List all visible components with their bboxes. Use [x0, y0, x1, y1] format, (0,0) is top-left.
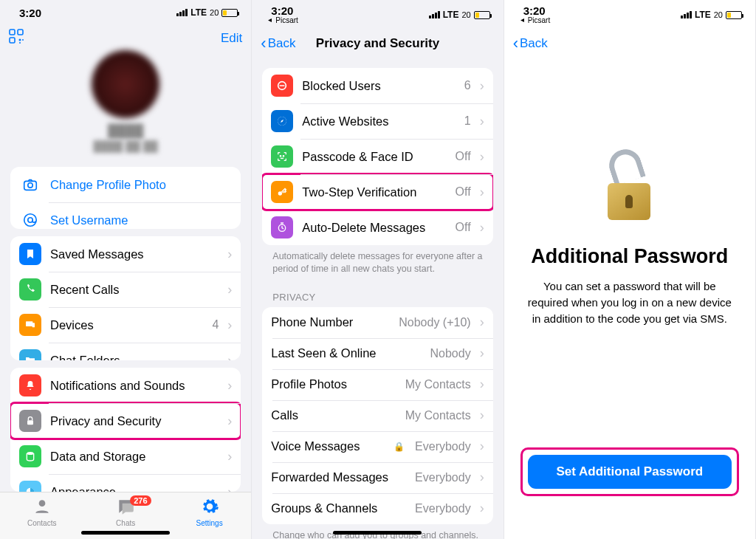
- row-label: Chat Folders: [50, 354, 219, 360]
- edit-button[interactable]: Edit: [221, 31, 242, 46]
- recent-calls-row[interactable]: Recent Calls ›: [10, 272, 241, 307]
- database-icon: [19, 445, 41, 467]
- passcode-faceid-row[interactable]: Passcode & Face ID Off ›: [262, 139, 492, 174]
- battery-percent: 20: [461, 10, 470, 19]
- saved-messages-row[interactable]: Saved Messages ›: [10, 236, 241, 272]
- chat-folders-row[interactable]: Chat Folders ›: [10, 343, 241, 360]
- svg-point-5: [22, 39, 24, 41]
- nav-bar: ‹ Back Privacy and Security: [252, 30, 503, 58]
- battery-icon: [726, 11, 742, 19]
- svg-point-19: [284, 156, 284, 157]
- home-indicator[interactable]: [81, 531, 170, 535]
- chevron-right-icon: ›: [480, 408, 484, 423]
- bell-icon: [19, 374, 41, 396]
- battery-icon: [221, 9, 238, 17]
- chevron-right-icon: ›: [480, 377, 484, 392]
- row-value: Off: [456, 221, 471, 234]
- row-value: Nobody: [430, 347, 471, 360]
- lock-icon: 🔒: [394, 442, 405, 452]
- tab-label: Contacts: [27, 519, 56, 527]
- groups-channels-row[interactable]: Groups & Channels Everybody ›: [262, 493, 492, 524]
- row-value: Off: [456, 185, 471, 199]
- set-password-button[interactable]: Set Additional Password: [528, 455, 732, 489]
- row-label: Passcode & Face ID: [302, 150, 446, 164]
- devices-icon: [19, 314, 41, 336]
- security-group: Blocked Users 6 › Active Websites 1 › Pa…: [262, 68, 492, 245]
- status-time: 3:20: [523, 5, 551, 16]
- auto-delete-row[interactable]: Auto-Delete Messages Off ›: [262, 210, 492, 245]
- chevron-left-icon: ‹: [261, 35, 266, 52]
- row-label: Recent Calls: [50, 283, 219, 297]
- home-indicator[interactable]: [333, 531, 422, 535]
- row-value: Nobody (+10): [399, 316, 470, 329]
- nav-bar: ‹ Back: [504, 30, 755, 58]
- tab-contacts[interactable]: Contacts: [13, 497, 72, 539]
- change-photo-row[interactable]: Change Profile Photo: [10, 167, 241, 202]
- chevron-right-icon: ›: [480, 315, 484, 330]
- chevron-right-icon: ›: [480, 220, 484, 236]
- two-step-verification-row[interactable]: Two-Step Verification Off ›: [262, 174, 492, 210]
- signal-icon: [176, 9, 188, 16]
- status-time: 3:20: [271, 5, 298, 16]
- notifications-row[interactable]: Notifications and Sounds ›: [10, 368, 241, 403]
- privacy-security-row[interactable]: Privacy and Security ›: [10, 403, 241, 439]
- chevron-right-icon: ›: [480, 78, 484, 94]
- signal-icon: [429, 11, 440, 18]
- qr-icon[interactable]: [9, 29, 24, 47]
- svg-point-18: [281, 156, 281, 157]
- profile-photos-row[interactable]: Profile Photos My Contacts ›: [262, 369, 492, 400]
- svg-point-3: [19, 39, 21, 41]
- bookmark-icon: [19, 243, 41, 265]
- unread-badge: 276: [130, 495, 151, 506]
- last-seen-row[interactable]: Last Seen & Online Nobody ›: [262, 338, 492, 369]
- app-breadcrumb[interactable]: Picsart: [523, 17, 551, 24]
- chevron-right-icon: ›: [480, 501, 484, 516]
- gear-icon: [180, 497, 239, 519]
- general-group: Saved Messages › Recent Calls › Devices …: [10, 236, 241, 360]
- row-label: Calls: [271, 408, 396, 422]
- data-storage-row[interactable]: Data and Storage ›: [10, 439, 241, 474]
- chevron-left-icon: ‹: [513, 35, 518, 52]
- appearance-row[interactable]: Appearance ›: [10, 474, 241, 492]
- cta-highlight: Set Additional Password: [522, 449, 738, 495]
- row-label: Groups & Channels: [271, 501, 406, 515]
- row-label: Profile Photos: [271, 377, 396, 391]
- status-time: 3:20: [19, 7, 41, 18]
- chevron-right-icon: ›: [480, 185, 484, 200]
- row-label: Two-Step Verification: [302, 185, 446, 199]
- devices-row[interactable]: Devices 4 ›: [10, 307, 241, 343]
- compass-icon: [271, 110, 293, 132]
- padlock-icon: [600, 154, 659, 220]
- settings-screen: 3:20 LTE 20 Edit ████ ████ ██ ██ Change …: [0, 0, 252, 539]
- calls-row[interactable]: Calls My Contacts ›: [262, 400, 492, 431]
- chevron-right-icon: ›: [227, 413, 232, 429]
- phone-number-row[interactable]: Phone Number Nobody (+10) ›: [262, 307, 492, 338]
- back-label: Back: [268, 36, 296, 51]
- additional-password-screen: 3:20 Picsart LTE 20 ‹ Back Additional Pa…: [504, 0, 756, 539]
- voice-messages-row[interactable]: Voice Messages 🔒 Everybody ›: [262, 431, 492, 462]
- profile-header: ████ ████ ██ ██: [0, 50, 251, 159]
- active-websites-row[interactable]: Active Websites 1 ›: [262, 103, 492, 139]
- svg-point-15: [38, 500, 45, 507]
- set-username-row[interactable]: Set Username: [10, 202, 241, 229]
- app-breadcrumb[interactable]: Picsart: [271, 17, 298, 24]
- privacy-group: Phone Number Nobody (+10) › Last Seen & …: [262, 307, 492, 524]
- chevron-right-icon: ›: [480, 346, 484, 361]
- tab-label: Chats: [116, 519, 135, 527]
- forwarded-messages-row[interactable]: Forwarded Messages Everybody ›: [262, 462, 492, 493]
- signal-icon: [681, 11, 692, 18]
- row-value: 6: [464, 79, 471, 92]
- avatar[interactable]: [92, 50, 159, 118]
- row-label: Saved Messages: [50, 247, 219, 261]
- nav-bar: Edit: [0, 26, 251, 50]
- profile-name: ████: [0, 124, 251, 139]
- svg-rect-1: [18, 30, 23, 35]
- back-button[interactable]: ‹ Back: [261, 35, 295, 52]
- row-label: Blocked Users: [302, 79, 455, 93]
- row-value: Everybody: [415, 440, 471, 453]
- blocked-users-row[interactable]: Blocked Users 6 ›: [262, 68, 492, 103]
- contacts-icon: [13, 497, 72, 519]
- back-button[interactable]: ‹ Back: [513, 35, 548, 52]
- tab-settings[interactable]: Settings: [180, 497, 239, 539]
- svg-rect-10: [26, 322, 32, 327]
